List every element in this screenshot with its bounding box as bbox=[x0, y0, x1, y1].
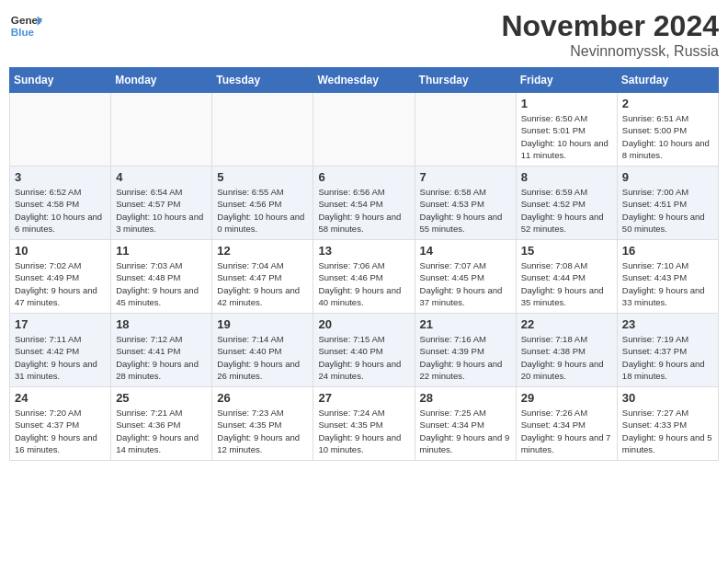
day-number: 17 bbox=[15, 317, 106, 331]
day-number: 4 bbox=[116, 170, 207, 184]
day-info: Sunrise: 7:03 AMSunset: 4:48 PMDaylight:… bbox=[116, 259, 207, 308]
day-number: 12 bbox=[217, 244, 308, 258]
day-info: Sunrise: 7:24 AMSunset: 4:35 PMDaylight:… bbox=[318, 407, 409, 455]
day-info: Sunrise: 7:07 AMSunset: 4:45 PMDaylight:… bbox=[420, 259, 511, 308]
day-info: Sunrise: 7:11 AMSunset: 4:42 PMDaylight:… bbox=[15, 333, 106, 382]
day-number: 19 bbox=[217, 317, 308, 331]
calendar-cell: 1Sunrise: 6:50 AMSunset: 5:01 PMDaylight… bbox=[516, 93, 617, 167]
calendar-cell: 16Sunrise: 7:10 AMSunset: 4:43 PMDayligh… bbox=[617, 240, 718, 314]
day-info: Sunrise: 7:15 AMSunset: 4:40 PMDaylight:… bbox=[318, 333, 409, 382]
page-header: General Blue November 2024 Nevinnomyssk,… bbox=[9, 9, 719, 60]
calendar-table: SundayMondayTuesdayWednesdayThursdayFrid… bbox=[9, 67, 719, 461]
calendar-cell bbox=[415, 93, 516, 167]
day-info: Sunrise: 6:52 AMSunset: 4:58 PMDaylight:… bbox=[15, 186, 106, 235]
calendar-cell: 2Sunrise: 6:51 AMSunset: 5:00 PMDaylight… bbox=[617, 93, 718, 167]
day-number: 7 bbox=[420, 170, 511, 184]
day-number: 26 bbox=[217, 391, 308, 405]
calendar-cell: 17Sunrise: 7:11 AMSunset: 4:42 PMDayligh… bbox=[10, 314, 111, 387]
calendar-cell: 24Sunrise: 7:20 AMSunset: 4:37 PMDayligh… bbox=[10, 387, 111, 461]
day-info: Sunrise: 7:04 AMSunset: 4:47 PMDaylight:… bbox=[217, 259, 308, 308]
day-info: Sunrise: 7:08 AMSunset: 4:44 PMDaylight:… bbox=[521, 259, 612, 308]
weekday-header-tuesday: Tuesday bbox=[212, 68, 313, 93]
calendar-cell bbox=[10, 93, 111, 167]
calendar-cell bbox=[111, 93, 212, 167]
location: Nevinnomyssk, Russia bbox=[501, 43, 719, 60]
calendar-cell: 23Sunrise: 7:19 AMSunset: 4:37 PMDayligh… bbox=[617, 314, 718, 387]
day-info: Sunrise: 7:14 AMSunset: 4:40 PMDaylight:… bbox=[217, 333, 308, 382]
day-info: Sunrise: 7:12 AMSunset: 4:41 PMDaylight:… bbox=[116, 333, 207, 382]
day-info: Sunrise: 7:10 AMSunset: 4:43 PMDaylight:… bbox=[622, 259, 713, 308]
day-info: Sunrise: 6:54 AMSunset: 4:57 PMDaylight:… bbox=[116, 186, 207, 235]
day-number: 22 bbox=[521, 317, 612, 331]
weekday-header-monday: Monday bbox=[111, 68, 212, 93]
day-info: Sunrise: 7:02 AMSunset: 4:49 PMDaylight:… bbox=[15, 259, 106, 308]
calendar-cell bbox=[313, 93, 415, 167]
calendar-cell: 9Sunrise: 7:00 AMSunset: 4:51 PMDaylight… bbox=[617, 167, 718, 240]
calendar-cell: 26Sunrise: 7:23 AMSunset: 4:35 PMDayligh… bbox=[212, 387, 313, 461]
calendar-cell: 11Sunrise: 7:03 AMSunset: 4:48 PMDayligh… bbox=[111, 240, 212, 314]
day-number: 6 bbox=[318, 170, 409, 184]
day-info: Sunrise: 7:23 AMSunset: 4:35 PMDaylight:… bbox=[217, 407, 308, 455]
calendar-cell: 28Sunrise: 7:25 AMSunset: 4:34 PMDayligh… bbox=[415, 387, 516, 461]
title-block: November 2024 Nevinnomyssk, Russia bbox=[501, 9, 719, 60]
calendar-cell: 5Sunrise: 6:55 AMSunset: 4:56 PMDaylight… bbox=[212, 167, 313, 240]
day-info: Sunrise: 7:25 AMSunset: 4:34 PMDaylight:… bbox=[420, 407, 511, 455]
day-info: Sunrise: 7:26 AMSunset: 4:34 PMDaylight:… bbox=[521, 407, 612, 455]
month-title: November 2024 bbox=[501, 9, 719, 43]
weekday-header-saturday: Saturday bbox=[617, 68, 718, 93]
logo: General Blue bbox=[9, 9, 42, 42]
day-number: 16 bbox=[622, 244, 713, 258]
calendar-cell: 20Sunrise: 7:15 AMSunset: 4:40 PMDayligh… bbox=[313, 314, 415, 387]
day-info: Sunrise: 6:58 AMSunset: 4:53 PMDaylight:… bbox=[420, 186, 511, 235]
day-number: 18 bbox=[116, 317, 207, 331]
calendar-cell: 3Sunrise: 6:52 AMSunset: 4:58 PMDaylight… bbox=[10, 167, 111, 240]
weekday-header-thursday: Thursday bbox=[415, 68, 516, 93]
day-number: 13 bbox=[318, 244, 409, 258]
day-info: Sunrise: 7:06 AMSunset: 4:46 PMDaylight:… bbox=[318, 259, 409, 308]
calendar-cell: 8Sunrise: 6:59 AMSunset: 4:52 PMDaylight… bbox=[516, 167, 617, 240]
day-number: 1 bbox=[521, 97, 612, 110]
weekday-header-sunday: Sunday bbox=[10, 68, 111, 93]
weekday-header-wednesday: Wednesday bbox=[313, 68, 415, 93]
day-number: 15 bbox=[521, 244, 612, 258]
day-number: 3 bbox=[15, 170, 106, 184]
weekday-header-friday: Friday bbox=[516, 68, 617, 93]
calendar-cell: 29Sunrise: 7:26 AMSunset: 4:34 PMDayligh… bbox=[516, 387, 617, 461]
calendar-cell: 18Sunrise: 7:12 AMSunset: 4:41 PMDayligh… bbox=[111, 314, 212, 387]
day-number: 23 bbox=[622, 317, 713, 331]
day-number: 8 bbox=[521, 170, 612, 184]
day-info: Sunrise: 7:18 AMSunset: 4:38 PMDaylight:… bbox=[521, 333, 612, 382]
day-number: 28 bbox=[420, 391, 511, 405]
day-number: 21 bbox=[420, 317, 511, 331]
day-info: Sunrise: 6:50 AMSunset: 5:01 PMDaylight:… bbox=[521, 112, 612, 161]
day-info: Sunrise: 7:20 AMSunset: 4:37 PMDaylight:… bbox=[15, 407, 106, 455]
calendar-cell: 15Sunrise: 7:08 AMSunset: 4:44 PMDayligh… bbox=[516, 240, 617, 314]
calendar-cell: 7Sunrise: 6:58 AMSunset: 4:53 PMDaylight… bbox=[415, 167, 516, 240]
day-number: 14 bbox=[420, 244, 511, 258]
calendar-cell: 6Sunrise: 6:56 AMSunset: 4:54 PMDaylight… bbox=[313, 167, 415, 240]
day-number: 29 bbox=[521, 391, 612, 405]
day-info: Sunrise: 7:00 AMSunset: 4:51 PMDaylight:… bbox=[622, 186, 713, 235]
day-number: 9 bbox=[622, 170, 713, 184]
calendar-cell: 14Sunrise: 7:07 AMSunset: 4:45 PMDayligh… bbox=[415, 240, 516, 314]
calendar-cell: 27Sunrise: 7:24 AMSunset: 4:35 PMDayligh… bbox=[313, 387, 415, 461]
day-number: 24 bbox=[15, 391, 106, 405]
svg-text:Blue: Blue bbox=[11, 26, 35, 38]
day-info: Sunrise: 7:21 AMSunset: 4:36 PMDaylight:… bbox=[116, 407, 207, 455]
calendar-cell: 30Sunrise: 7:27 AMSunset: 4:33 PMDayligh… bbox=[617, 387, 718, 461]
day-info: Sunrise: 7:19 AMSunset: 4:37 PMDaylight:… bbox=[622, 333, 713, 382]
day-info: Sunrise: 6:55 AMSunset: 4:56 PMDaylight:… bbox=[217, 186, 308, 235]
calendar-cell: 19Sunrise: 7:14 AMSunset: 4:40 PMDayligh… bbox=[212, 314, 313, 387]
day-info: Sunrise: 6:51 AMSunset: 5:00 PMDaylight:… bbox=[622, 112, 713, 161]
calendar-cell: 22Sunrise: 7:18 AMSunset: 4:38 PMDayligh… bbox=[516, 314, 617, 387]
calendar-cell: 21Sunrise: 7:16 AMSunset: 4:39 PMDayligh… bbox=[415, 314, 516, 387]
calendar-cell: 12Sunrise: 7:04 AMSunset: 4:47 PMDayligh… bbox=[212, 240, 313, 314]
day-number: 10 bbox=[15, 244, 106, 258]
day-number: 27 bbox=[318, 391, 409, 405]
calendar-cell: 10Sunrise: 7:02 AMSunset: 4:49 PMDayligh… bbox=[10, 240, 111, 314]
calendar-cell bbox=[212, 93, 313, 167]
calendar-cell: 13Sunrise: 7:06 AMSunset: 4:46 PMDayligh… bbox=[313, 240, 415, 314]
day-info: Sunrise: 7:27 AMSunset: 4:33 PMDaylight:… bbox=[622, 407, 713, 455]
day-number: 2 bbox=[622, 97, 713, 110]
calendar-cell: 4Sunrise: 6:54 AMSunset: 4:57 PMDaylight… bbox=[111, 167, 212, 240]
